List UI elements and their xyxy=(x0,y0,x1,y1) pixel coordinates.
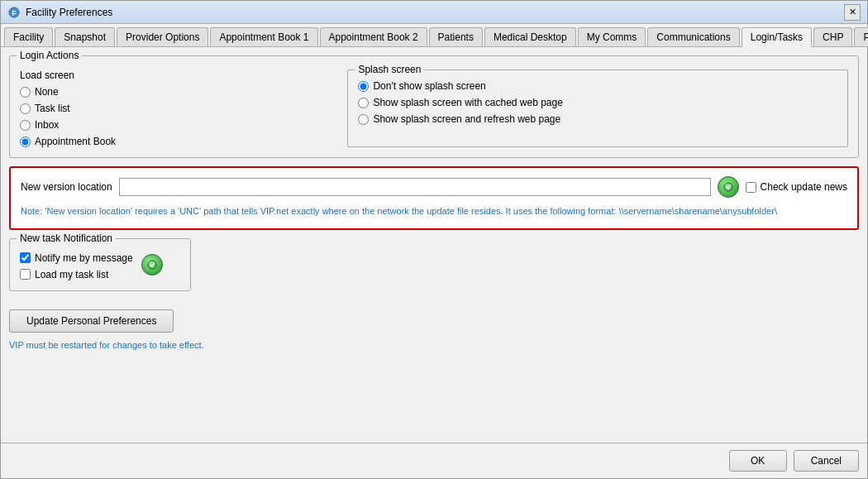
tab-my-comms[interactable]: My Comms xyxy=(578,27,646,46)
svg-text:F: F xyxy=(12,9,17,17)
version-location-input[interactable] xyxy=(119,178,711,196)
cancel-button[interactable]: Cancel xyxy=(794,450,859,472)
radio-task-list[interactable]: Task list xyxy=(20,103,339,114)
close-button[interactable]: ✕ xyxy=(844,4,861,21)
ok-button[interactable]: OK xyxy=(729,450,787,472)
notification-group: New task Notification Notify me by messa… xyxy=(9,238,191,291)
radio-dont-show-label: Don't show splash screen xyxy=(373,80,485,92)
checkbox-load-task-list[interactable]: Load my task list xyxy=(20,269,133,280)
tab-appointment-book-1[interactable]: Appointment Book 1 xyxy=(210,27,317,46)
radio-none[interactable]: None xyxy=(20,86,339,98)
checkbox-notify-message-input[interactable] xyxy=(20,252,31,263)
load-screen-section: Load screen None Task list Inbox xyxy=(20,69,347,147)
load-screen-label: Load screen xyxy=(20,69,339,81)
load-screen-radio-group: None Task list Inbox Appointment Bo xyxy=(20,86,339,147)
tab-password-policy[interactable]: Password Policy xyxy=(854,27,868,46)
splash-screen-radio-group: Don't show splash screen Show splash scr… xyxy=(358,80,837,125)
tab-login-tasks[interactable]: Login/Tasks xyxy=(742,27,812,47)
login-actions-group: Login Actions Load screen None Task list xyxy=(9,55,859,158)
radio-appointment-book-input[interactable] xyxy=(20,137,31,147)
radio-appointment-book-label: Appointment Book xyxy=(35,136,116,147)
radio-inbox-input[interactable] xyxy=(20,120,31,131)
login-actions-content: Load screen None Task list Inbox xyxy=(20,69,848,147)
tab-communications[interactable]: Communications xyxy=(647,27,739,46)
tab-chp[interactable]: CHP xyxy=(813,27,852,46)
checkbox-notify-message[interactable]: Notify me by message xyxy=(20,252,133,264)
radio-inbox[interactable]: Inbox xyxy=(20,119,339,131)
title-bar: F Facility Preferences ✕ xyxy=(1,1,867,24)
svg-point-2 xyxy=(724,183,732,191)
tab-snapshot[interactable]: Snapshot xyxy=(55,27,115,46)
login-actions-label: Login Actions xyxy=(17,50,82,61)
vip-note: VIP must be restarted for changes to tak… xyxy=(9,340,204,350)
radio-refresh-web-input[interactable] xyxy=(358,114,369,125)
check-update-checkbox[interactable] xyxy=(746,182,756,193)
check-update-label-row[interactable]: Check update news xyxy=(746,181,847,193)
version-location-box: New version location Check update news N… xyxy=(9,166,859,230)
radio-refresh-web[interactable]: Show splash screen and refresh web page xyxy=(358,113,837,125)
update-personal-preferences-button[interactable]: Update Personal Preferences xyxy=(9,309,174,333)
tab-medical-desktop[interactable]: Medical Desktop xyxy=(484,27,576,46)
window-title: Facility Preferences xyxy=(26,7,844,18)
tab-provider-options[interactable]: Provider Options xyxy=(117,27,208,46)
checkbox-load-task-list-label: Load my task list xyxy=(35,269,108,280)
notification-checkbox-group: Notify me by message Load my task list xyxy=(20,252,133,280)
tab-appointment-book-2[interactable]: Appointment Book 2 xyxy=(320,27,427,46)
update-section: Update Personal Preferences VIP must be … xyxy=(9,309,859,351)
radio-dont-show-input[interactable] xyxy=(358,81,369,92)
tab-facility[interactable]: Facility xyxy=(4,27,53,46)
splash-screen-label: Splash screen xyxy=(355,64,424,75)
radio-task-list-input[interactable] xyxy=(20,103,31,114)
content-area: Login Actions Load screen None Task list xyxy=(1,47,867,443)
footer: OK Cancel xyxy=(1,443,867,478)
radio-none-input[interactable] xyxy=(20,87,31,98)
radio-task-list-label: Task list xyxy=(35,103,70,114)
radio-inbox-label: Inbox xyxy=(35,119,59,131)
main-window: F Facility Preferences ✕ Facility Snapsh… xyxy=(0,0,868,479)
checkbox-load-task-list-input[interactable] xyxy=(20,269,31,280)
version-location-note: Note: 'New version location' requires a … xyxy=(21,204,847,218)
radio-cached-web-label: Show splash screen with cached web page xyxy=(373,97,562,108)
tab-bar: Facility Snapshot Provider Options Appoi… xyxy=(1,24,867,47)
notification-content: Notify me by message Load my task list xyxy=(20,252,180,280)
radio-cached-web-input[interactable] xyxy=(358,98,369,108)
checkbox-notify-message-label: Notify me by message xyxy=(35,252,133,264)
radio-refresh-web-label: Show splash screen and refresh web page xyxy=(373,113,560,125)
tab-patients[interactable]: Patients xyxy=(429,27,483,46)
version-location-green-button[interactable] xyxy=(718,176,739,198)
radio-none-label: None xyxy=(35,86,59,98)
version-location-label: New version location xyxy=(21,181,112,193)
splash-screen-section: Splash screen Don't show splash screen S… xyxy=(347,69,848,147)
radio-appointment-book[interactable]: Appointment Book xyxy=(20,136,339,147)
notification-label: New task Notification xyxy=(17,232,116,244)
check-update-text: Check update news xyxy=(761,181,847,193)
radio-cached-web[interactable]: Show splash screen with cached web page xyxy=(358,97,837,108)
notification-green-button[interactable] xyxy=(141,254,163,275)
svg-point-3 xyxy=(148,261,156,269)
notification-area: New task Notification Notify me by messa… xyxy=(9,238,859,299)
window-icon: F xyxy=(7,6,21,19)
version-row: New version location Check update news xyxy=(21,176,847,198)
radio-dont-show[interactable]: Don't show splash screen xyxy=(358,80,837,92)
